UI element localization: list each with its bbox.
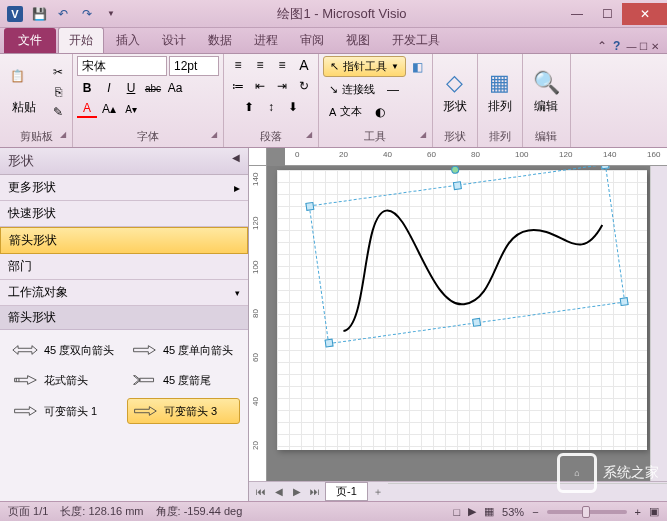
text-direction-button[interactable]: A: [294, 56, 314, 74]
add-page-button[interactable]: ＋: [370, 484, 386, 500]
close-button[interactable]: ✕: [622, 3, 667, 25]
tab-review[interactable]: 审阅: [290, 28, 334, 53]
effect-button[interactable]: ◐: [370, 103, 390, 121]
maximize-button[interactable]: ☐: [592, 3, 622, 25]
format-painter-button[interactable]: ✎: [48, 103, 68, 121]
rotate-handle[interactable]: [451, 166, 460, 174]
shapes-cat-quick[interactable]: 快速形状: [0, 201, 248, 227]
language-button[interactable]: □: [453, 506, 460, 518]
shape-item[interactable]: 45 度箭尾: [127, 368, 240, 392]
zoom-thumb[interactable]: [582, 506, 590, 518]
align-middle-button[interactable]: ↕: [261, 98, 281, 116]
tab-data[interactable]: 数据: [198, 28, 242, 53]
font-size-select[interactable]: [169, 56, 219, 76]
shrink-font-button[interactable]: A▾: [121, 100, 141, 118]
font-family-select[interactable]: [77, 56, 167, 76]
shapes-header: 形状 ◀: [0, 148, 248, 175]
tab-design[interactable]: 设计: [152, 28, 196, 53]
bold-button[interactable]: B: [77, 79, 97, 97]
align-center-button[interactable]: ≡: [250, 56, 270, 74]
vertical-scrollbar[interactable]: [650, 166, 667, 481]
redo-button[interactable]: ↷: [76, 3, 98, 25]
font-color-button[interactable]: A: [77, 100, 97, 118]
tab-home[interactable]: 开始: [58, 27, 104, 53]
tab-view[interactable]: 视图: [336, 28, 380, 53]
fit-window-button[interactable]: ▣: [649, 505, 659, 518]
rotate-text-button[interactable]: ↻: [294, 77, 314, 95]
line-button[interactable]: —: [383, 81, 403, 99]
status-bar: 页面 1/1 长度: 128.16 mm 角度: -159.44 deg □ ▶…: [0, 501, 667, 521]
tab-developer[interactable]: 开发工具: [382, 28, 450, 53]
shapes-collapse-icon[interactable]: ◀: [232, 152, 240, 170]
paste-icon: 📋: [10, 69, 38, 97]
app-icon[interactable]: V: [4, 3, 26, 25]
cut-button[interactable]: ✂: [48, 63, 68, 81]
group-tools: ↖指针工具▼ ◧ ↘连接线 — A文本 ◐ 工具◢: [319, 54, 433, 147]
tab-process[interactable]: 进程: [244, 28, 288, 53]
pointer-tool-button[interactable]: ↖指针工具▼: [323, 56, 406, 77]
page-last-button[interactable]: ⏭: [307, 484, 323, 500]
shapes-cat-arrows[interactable]: 箭头形状: [0, 227, 248, 254]
ribbon-minimize-icon[interactable]: ⌃: [597, 39, 607, 53]
shape-button[interactable]: ◇形状: [437, 68, 473, 117]
paste-button[interactable]: 📋 粘贴: [4, 67, 44, 118]
fancy-arrow-icon: [12, 372, 38, 388]
qat-dropdown[interactable]: ▼: [100, 3, 122, 25]
font-launcher-icon[interactable]: ◢: [211, 130, 217, 139]
align-right-button[interactable]: ≡: [272, 56, 292, 74]
align-left-button[interactable]: ≡: [228, 56, 248, 74]
curve-shape[interactable]: [310, 166, 624, 343]
shape-item[interactable]: 45 度双向箭头: [8, 338, 121, 362]
tools-launcher-icon[interactable]: ◢: [420, 130, 426, 139]
strike-button[interactable]: abc: [143, 79, 163, 97]
view-mode-icon[interactable]: ▦: [484, 505, 494, 518]
shapes-cat-workflow[interactable]: 工作流对象 ▾: [0, 280, 248, 306]
canvas-viewport[interactable]: [267, 166, 650, 481]
underline-button[interactable]: U: [121, 79, 141, 97]
help-button[interactable]: ?: [613, 39, 620, 53]
zoom-level[interactable]: 53%: [502, 506, 524, 518]
zoom-out-button[interactable]: −: [532, 506, 538, 518]
text-tool-button[interactable]: A文本: [323, 102, 368, 121]
page-next-button[interactable]: ▶: [289, 484, 305, 500]
copy-button[interactable]: ⎘: [48, 83, 68, 101]
page-first-button[interactable]: ⏮: [253, 484, 269, 500]
paragraph-launcher-icon[interactable]: ◢: [306, 130, 312, 139]
save-button[interactable]: 💾: [28, 3, 50, 25]
shape-item[interactable]: 花式箭头: [8, 368, 121, 392]
increase-indent-button[interactable]: ⇥: [272, 77, 292, 95]
zoom-slider[interactable]: [547, 510, 627, 514]
grow-font-button[interactable]: A▴: [99, 100, 119, 118]
align-bottom-button[interactable]: ⬇: [283, 98, 303, 116]
page-prev-button[interactable]: ◀: [271, 484, 287, 500]
fill-button[interactable]: ◧: [408, 58, 428, 76]
edit-button[interactable]: 🔍编辑: [527, 68, 566, 117]
align-top-button[interactable]: ⬆: [239, 98, 259, 116]
quick-access-toolbar: V 💾 ↶ ↷ ▼: [0, 3, 122, 25]
file-tab[interactable]: 文件: [4, 28, 56, 53]
decrease-indent-button[interactable]: ⇤: [250, 77, 270, 95]
paragraph-label: 段落: [260, 130, 282, 142]
bullets-button[interactable]: ≔: [228, 77, 248, 95]
tab-insert[interactable]: 插入: [106, 28, 150, 53]
shapes-cat-dept[interactable]: 部门: [0, 254, 248, 280]
zoom-in-button[interactable]: +: [635, 506, 641, 518]
selection-box[interactable]: [309, 166, 626, 344]
shape-item[interactable]: 45 度单向箭头: [127, 338, 240, 362]
italic-button[interactable]: I: [99, 79, 119, 97]
undo-button[interactable]: ↶: [52, 3, 74, 25]
case-button[interactable]: Aa: [165, 79, 185, 97]
minimize-button[interactable]: —: [562, 3, 592, 25]
arrange-button[interactable]: ▦排列: [482, 68, 518, 117]
shape-item-selected[interactable]: 可变箭头 3: [127, 398, 240, 424]
page-tab-1[interactable]: 页-1: [325, 482, 368, 501]
connector-tool-button[interactable]: ↘连接线: [323, 80, 381, 99]
drawing-page[interactable]: [277, 170, 647, 450]
page-tabs-bar: ⏮ ◀ ▶ ⏭ 页-1 ＋: [249, 481, 667, 501]
shapes-cat-more[interactable]: 更多形状 ▸: [0, 175, 248, 201]
macro-icon[interactable]: ▶: [468, 505, 476, 518]
shape-item[interactable]: 可变箭头 1: [8, 398, 121, 424]
window-controls-doc[interactable]: — ☐ ✕: [626, 41, 659, 52]
horizontal-scrollbar[interactable]: [388, 483, 667, 500]
clipboard-launcher-icon[interactable]: ◢: [60, 130, 66, 139]
